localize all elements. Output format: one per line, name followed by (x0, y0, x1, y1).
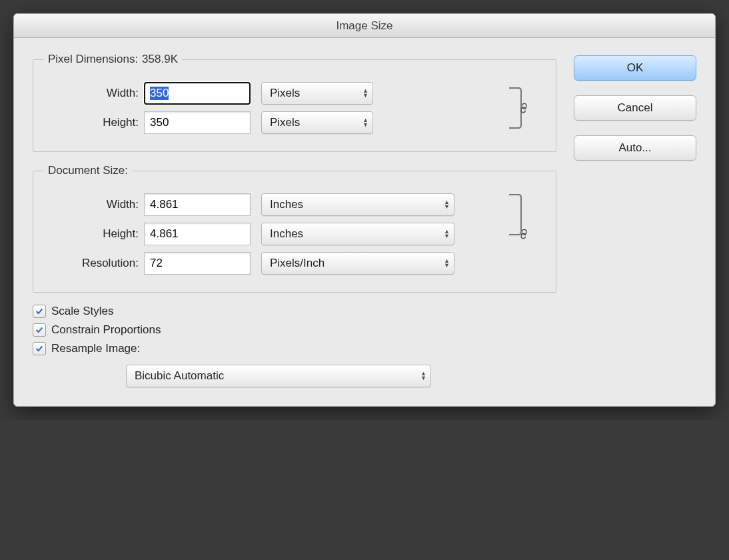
constrain-proportions-checkbox[interactable] (33, 323, 46, 337)
px-width-unit-value: Pixels (270, 87, 300, 100)
px-height-unit-value: Pixels (270, 116, 300, 129)
constrain-proportions-row: Constrain Proportions (33, 323, 556, 337)
resample-method-select[interactable]: Bicubic Automatic ▲▼ (126, 365, 431, 387)
chain-link-icon[interactable] (517, 227, 530, 241)
doc-resolution-label: Resolution: (44, 257, 144, 270)
doc-width-input[interactable] (144, 193, 251, 216)
dialog-title-bar: Image Size (14, 14, 715, 38)
px-width-unit-select[interactable]: Pixels ▲▼ (261, 82, 373, 105)
stepper-icon: ▲▼ (444, 259, 450, 268)
stepper-icon: ▲▼ (363, 118, 368, 127)
doc-width-unit-select[interactable]: Inches ▲▼ (261, 193, 454, 216)
pixel-dimensions-legend: Pixel Dimensions: 358.9K (44, 53, 182, 66)
button-column: OK Cancel Auto... (556, 53, 696, 387)
doc-resolution-unit-value: Pixels/Inch (270, 257, 325, 270)
resample-image-row: Resample Image: (33, 342, 556, 355)
px-width-input[interactable] (144, 82, 251, 105)
pixel-dimensions-group: Pixel Dimensions: 358.9K Width: Pixels ▲… (33, 53, 556, 152)
ok-button[interactable]: OK (574, 55, 696, 81)
doc-width-unit-value: Inches (270, 198, 303, 211)
dialog-title: Image Size (336, 19, 392, 33)
stepper-icon: ▲▼ (420, 371, 426, 381)
pixel-dimensions-size: 358.9K (142, 53, 178, 66)
resample-method-value: Bicubic Automatic (135, 369, 224, 383)
resample-image-checkbox[interactable] (33, 342, 46, 355)
doc-resolution-unit-select[interactable]: Pixels/Inch ▲▼ (261, 252, 454, 275)
dialog-content: Pixel Dimensions: 358.9K Width: Pixels ▲… (14, 38, 715, 406)
doc-width-label: Width: (44, 198, 144, 211)
doc-height-unit-value: Inches (270, 227, 303, 241)
auto-button[interactable]: Auto... (574, 135, 696, 161)
checkmark-icon (35, 307, 44, 316)
px-height-label: Height: (44, 116, 144, 129)
pixel-dimensions-legend-prefix: Pixel Dimensions: (48, 53, 138, 66)
scale-styles-label: Scale Styles (51, 305, 114, 318)
chain-link-icon[interactable] (517, 101, 530, 115)
constrain-proportions-label: Constrain Proportions (51, 323, 161, 337)
stepper-icon: ▲▼ (444, 229, 450, 239)
cancel-button[interactable]: Cancel (574, 95, 696, 121)
document-size-legend: Document Size: (44, 164, 132, 177)
stepper-icon: ▲▼ (444, 200, 450, 209)
scale-styles-checkbox[interactable] (33, 305, 46, 318)
px-height-unit-select[interactable]: Pixels ▲▼ (261, 111, 373, 134)
doc-height-unit-select[interactable]: Inches ▲▼ (261, 223, 454, 245)
resample-image-label: Resample Image: (51, 342, 140, 355)
checkmark-icon (35, 325, 44, 335)
image-size-dialog: Image Size Pixel Dimensions: 358.9K Widt… (13, 13, 716, 407)
stepper-icon: ▲▼ (363, 89, 368, 98)
doc-resolution-input[interactable] (144, 252, 251, 275)
px-width-label: Width: (44, 87, 144, 100)
checkmark-icon (35, 344, 44, 353)
main-column: Pixel Dimensions: 358.9K Width: Pixels ▲… (33, 53, 556, 387)
px-height-input[interactable] (144, 111, 251, 134)
document-size-group: Document Size: Width: Inches ▲▼ Heig (33, 164, 556, 293)
scale-styles-row: Scale Styles (33, 305, 556, 318)
doc-height-input[interactable] (144, 223, 251, 245)
doc-height-label: Height: (44, 227, 144, 241)
